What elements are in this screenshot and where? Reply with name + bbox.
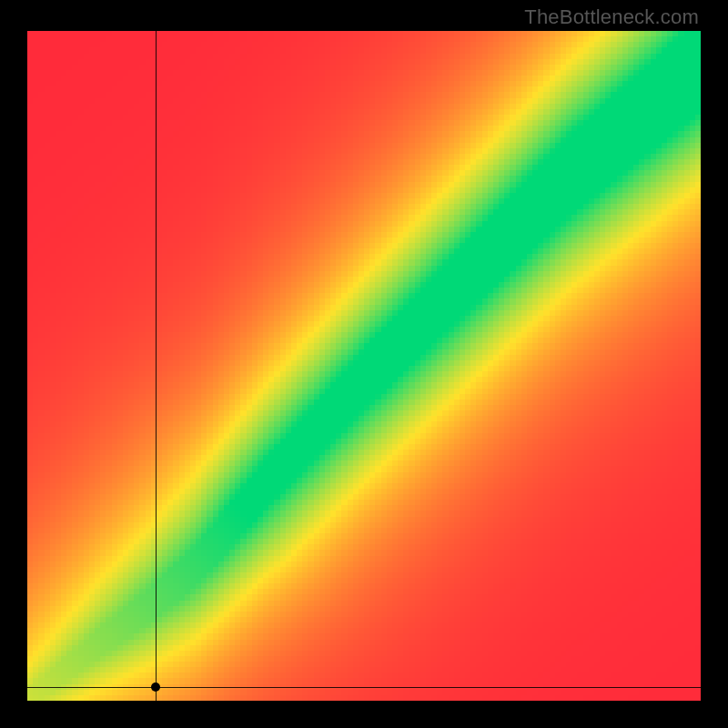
watermark-text: TheBottleneck.com xyxy=(524,5,699,29)
crosshair-marker xyxy=(151,682,160,692)
crosshair-vertical xyxy=(156,31,157,701)
crosshair-horizontal xyxy=(27,687,701,688)
heatmap-plot xyxy=(27,31,701,701)
chart-frame: TheBottleneck.com xyxy=(0,0,728,728)
